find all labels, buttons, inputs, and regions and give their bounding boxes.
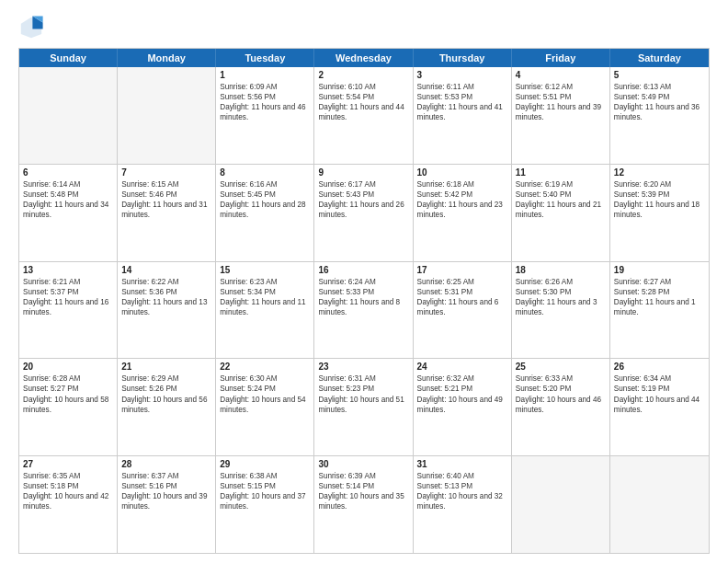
day-number: 26 [614,362,705,372]
calendar-row: 20Sunrise: 6:28 AM Sunset: 5:27 PM Dayli… [19,358,709,455]
day-number: 31 [417,459,507,469]
calendar-cell: 4Sunrise: 6:12 AM Sunset: 5:51 PM Daylig… [512,67,610,164]
weekday-header: Friday [512,49,610,67]
calendar-cell: 15Sunrise: 6:23 AM Sunset: 5:34 PM Dayli… [216,262,314,359]
day-number: 23 [318,362,408,372]
day-number: 10 [417,167,507,178]
day-number: 13 [23,265,113,275]
calendar-header: SundayMondayTuesdayWednesdayThursdayFrid… [19,49,709,67]
cell-info: Sunrise: 6:28 AM Sunset: 5:27 PM Dayligh… [23,373,113,414]
cell-info: Sunrise: 6:14 AM Sunset: 5:48 PM Dayligh… [23,179,113,220]
calendar-cell: 24Sunrise: 6:32 AM Sunset: 5:21 PM Dayli… [414,359,512,455]
logo [18,15,48,40]
cell-info: Sunrise: 6:35 AM Sunset: 5:18 PM Dayligh… [23,471,113,511]
weekday-header: Monday [118,49,216,67]
cell-info: Sunrise: 6:33 AM Sunset: 5:20 PM Dayligh… [516,373,606,414]
page: SundayMondayTuesdayWednesdayThursdayFrid… [0,0,728,563]
calendar-cell: 10Sunrise: 6:18 AM Sunset: 5:42 PM Dayli… [414,165,512,261]
calendar-cell: 21Sunrise: 6:29 AM Sunset: 5:26 PM Dayli… [118,359,216,455]
calendar-cell [610,456,709,553]
cell-info: Sunrise: 6:26 AM Sunset: 5:30 PM Dayligh… [516,277,606,317]
day-number: 28 [121,459,211,469]
cell-info: Sunrise: 6:25 AM Sunset: 5:31 PM Dayligh… [417,277,507,317]
day-number: 30 [318,459,408,469]
day-number: 8 [220,167,310,178]
calendar-cell: 12Sunrise: 6:20 AM Sunset: 5:39 PM Dayli… [610,165,709,261]
calendar-cell: 11Sunrise: 6:19 AM Sunset: 5:40 PM Dayli… [512,165,610,261]
cell-info: Sunrise: 6:22 AM Sunset: 5:36 PM Dayligh… [121,277,211,317]
cell-info: Sunrise: 6:18 AM Sunset: 5:42 PM Dayligh… [417,179,507,220]
calendar-cell: 22Sunrise: 6:30 AM Sunset: 5:24 PM Dayli… [216,359,314,455]
weekday-header: Tuesday [216,49,314,67]
day-number: 27 [23,459,113,469]
day-number: 18 [516,265,606,275]
calendar-cell: 8Sunrise: 6:16 AM Sunset: 5:45 PM Daylig… [216,165,314,261]
calendar-cell: 3Sunrise: 6:11 AM Sunset: 5:53 PM Daylig… [414,67,512,164]
calendar-cell: 6Sunrise: 6:14 AM Sunset: 5:48 PM Daylig… [19,165,118,261]
calendar-cell: 5Sunrise: 6:13 AM Sunset: 5:49 PM Daylig… [610,67,709,164]
calendar-cell: 23Sunrise: 6:31 AM Sunset: 5:23 PM Dayli… [314,359,413,455]
calendar-row: 1Sunrise: 6:09 AM Sunset: 5:56 PM Daylig… [19,67,709,164]
cell-info: Sunrise: 6:27 AM Sunset: 5:28 PM Dayligh… [614,277,705,317]
calendar-cell: 7Sunrise: 6:15 AM Sunset: 5:46 PM Daylig… [118,165,216,261]
calendar-cell: 27Sunrise: 6:35 AM Sunset: 5:18 PM Dayli… [19,456,118,553]
cell-info: Sunrise: 6:11 AM Sunset: 5:53 PM Dayligh… [417,82,507,122]
cell-info: Sunrise: 6:10 AM Sunset: 5:54 PM Dayligh… [318,82,408,122]
day-number: 11 [516,167,606,178]
day-number: 21 [121,362,211,372]
day-number: 9 [318,167,408,178]
calendar-row: 27Sunrise: 6:35 AM Sunset: 5:18 PM Dayli… [19,455,709,553]
day-number: 15 [220,265,310,275]
day-number: 2 [318,70,408,80]
calendar-cell: 17Sunrise: 6:25 AM Sunset: 5:31 PM Dayli… [414,262,512,359]
calendar-cell: 16Sunrise: 6:24 AM Sunset: 5:33 PM Dayli… [314,262,413,359]
day-number: 17 [417,265,507,275]
calendar-cell: 31Sunrise: 6:40 AM Sunset: 5:13 PM Dayli… [414,456,512,553]
cell-info: Sunrise: 6:40 AM Sunset: 5:13 PM Dayligh… [417,471,507,511]
cell-info: Sunrise: 6:13 AM Sunset: 5:49 PM Dayligh… [614,82,705,122]
cell-info: Sunrise: 6:38 AM Sunset: 5:15 PM Dayligh… [220,471,310,511]
weekday-header: Saturday [610,49,709,67]
day-number: 16 [318,265,408,275]
calendar-cell: 26Sunrise: 6:34 AM Sunset: 5:19 PM Dayli… [610,359,709,455]
calendar-cell: 9Sunrise: 6:17 AM Sunset: 5:43 PM Daylig… [314,165,413,261]
cell-info: Sunrise: 6:37 AM Sunset: 5:16 PM Dayligh… [121,471,211,511]
calendar: SundayMondayTuesdayWednesdayThursdayFrid… [18,48,710,554]
cell-info: Sunrise: 6:15 AM Sunset: 5:46 PM Dayligh… [121,179,211,220]
calendar-cell: 2Sunrise: 6:10 AM Sunset: 5:54 PM Daylig… [314,67,413,164]
calendar-cell: 30Sunrise: 6:39 AM Sunset: 5:14 PM Dayli… [314,456,413,553]
cell-info: Sunrise: 6:29 AM Sunset: 5:26 PM Dayligh… [121,373,211,414]
cell-info: Sunrise: 6:31 AM Sunset: 5:23 PM Dayligh… [318,373,408,414]
calendar-cell: 1Sunrise: 6:09 AM Sunset: 5:56 PM Daylig… [216,67,314,164]
day-number: 6 [23,167,113,178]
calendar-cell [118,67,216,164]
calendar-body: 1Sunrise: 6:09 AM Sunset: 5:56 PM Daylig… [19,67,709,553]
day-number: 14 [121,265,211,275]
header [18,15,710,40]
day-number: 3 [417,70,507,80]
day-number: 1 [220,70,310,80]
calendar-cell: 20Sunrise: 6:28 AM Sunset: 5:27 PM Dayli… [19,359,118,455]
calendar-cell: 14Sunrise: 6:22 AM Sunset: 5:36 PM Dayli… [118,262,216,359]
day-number: 12 [614,167,705,178]
cell-info: Sunrise: 6:32 AM Sunset: 5:21 PM Dayligh… [417,373,507,414]
cell-info: Sunrise: 6:20 AM Sunset: 5:39 PM Dayligh… [614,179,705,220]
cell-info: Sunrise: 6:34 AM Sunset: 5:19 PM Dayligh… [614,373,705,414]
cell-info: Sunrise: 6:39 AM Sunset: 5:14 PM Dayligh… [318,471,408,511]
calendar-cell: 19Sunrise: 6:27 AM Sunset: 5:28 PM Dayli… [610,262,709,359]
cell-info: Sunrise: 6:30 AM Sunset: 5:24 PM Dayligh… [220,373,310,414]
day-number: 19 [614,265,705,275]
calendar-cell [19,67,118,164]
weekday-header: Wednesday [314,49,413,67]
calendar-cell [512,456,610,553]
cell-info: Sunrise: 6:12 AM Sunset: 5:51 PM Dayligh… [516,82,606,122]
cell-info: Sunrise: 6:21 AM Sunset: 5:37 PM Dayligh… [23,277,113,317]
calendar-cell: 18Sunrise: 6:26 AM Sunset: 5:30 PM Dayli… [512,262,610,359]
cell-info: Sunrise: 6:17 AM Sunset: 5:43 PM Dayligh… [318,179,408,220]
day-number: 20 [23,362,113,372]
cell-info: Sunrise: 6:19 AM Sunset: 5:40 PM Dayligh… [516,179,606,220]
calendar-row: 13Sunrise: 6:21 AM Sunset: 5:37 PM Dayli… [19,261,709,359]
day-number: 29 [220,459,310,469]
day-number: 24 [417,362,507,372]
weekday-header: Sunday [19,49,118,67]
